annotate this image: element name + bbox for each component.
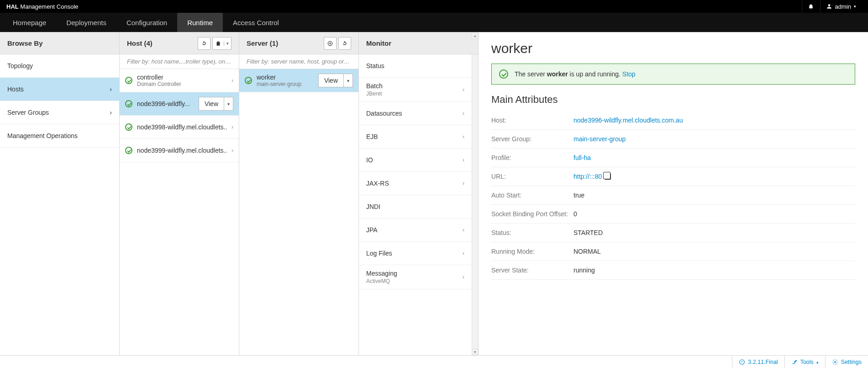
- view-server-button[interactable]: View▾: [318, 74, 353, 87]
- chevron-right-icon: ›: [463, 180, 464, 187]
- column-host: Host (4) ▾ Filter by: host name,...troll…: [120, 32, 239, 355]
- scroll-down-button[interactable]: ▾: [472, 349, 478, 355]
- monitor-item-text: MessagingActiveMQ: [366, 270, 397, 284]
- user-menu[interactable]: admin ▾: [820, 0, 862, 13]
- monitor-list: StatusBatchJBeret›Datasources›EJB›IO›JAX…: [359, 54, 478, 355]
- copy-icon[interactable]: [605, 173, 611, 180]
- refresh-hosts-button[interactable]: [198, 37, 210, 50]
- column-server: Server (1) Filter by: server name, host,…: [239, 32, 359, 355]
- nav-homepage[interactable]: Homepage: [3, 13, 56, 32]
- monitor-item-messaging[interactable]: MessagingActiveMQ›: [359, 265, 472, 289]
- settings-label: Settings: [841, 359, 862, 365]
- column-browse: Browse By TopologyHosts›Server Groups›Ma…: [0, 32, 120, 355]
- brand-strong: HAL: [6, 3, 19, 10]
- tools-menu[interactable]: Tools ▴: [784, 356, 825, 368]
- chevron-down-icon[interactable]: ▾: [224, 41, 231, 46]
- column-monitor-title: Monitor: [366, 39, 391, 47]
- browse-item-server-groups[interactable]: Server Groups›: [0, 101, 119, 124]
- monitor-item-text: IO: [366, 156, 373, 164]
- version-text: 3.2.11.Final: [748, 359, 778, 365]
- chevron-right-icon: ›: [463, 227, 464, 233]
- monitor-item-batch[interactable]: BatchJBeret›: [359, 78, 472, 102]
- attr-link[interactable]: full-ha: [573, 154, 591, 161]
- chevron-down-icon: ▾: [854, 4, 856, 9]
- column-host-header: Host (4) ▾: [120, 32, 239, 54]
- column-host-title: Host (4): [127, 39, 153, 47]
- attr-value: NORMAL: [573, 248, 601, 255]
- host-item[interactable]: node3996-wildfly...View▾: [120, 92, 239, 116]
- attr-label: Status:: [491, 229, 573, 236]
- monitor-item-text: JAX-RS: [366, 180, 389, 187]
- server-filter[interactable]: Filter by: server name, host, group or s…: [239, 54, 358, 69]
- scroll-up-button[interactable]: ▴: [472, 32, 478, 39]
- browse-item-topology[interactable]: Topology: [0, 54, 119, 78]
- host-filter[interactable]: Filter by: host name,...troller type), o…: [120, 54, 239, 69]
- version-link[interactable]: 3.2.11.Final: [732, 356, 784, 368]
- host-item-text: node3999-wildfly.mel.cloudlets...: [137, 147, 227, 154]
- columns: Browse By TopologyHosts›Server Groups›Ma…: [0, 32, 868, 355]
- browse-item-label: Topology: [7, 62, 33, 69]
- host-item-text: node3996-wildfly...: [137, 100, 194, 107]
- delete-hosts-button[interactable]: ▾: [212, 37, 231, 50]
- attr-link[interactable]: node3996-wildfly.mel.cloudlets.com.au: [573, 117, 683, 124]
- nav-deployments[interactable]: Deployments: [56, 13, 116, 32]
- attr-row: Server Group:main-server-group: [491, 130, 855, 149]
- attr-value: true: [573, 192, 584, 199]
- monitor-item-text: JPA: [366, 226, 378, 234]
- monitor-item-jpa[interactable]: JPA›: [359, 219, 472, 242]
- host-list: controllerDomain Controller›node3996-wil…: [120, 69, 239, 355]
- notifications-icon[interactable]: [802, 0, 820, 13]
- chevron-down-icon[interactable]: ▾: [224, 97, 233, 110]
- monitor-item-ejb[interactable]: EJB›: [359, 125, 472, 149]
- alert-prefix: The server: [515, 70, 547, 78]
- monitor-item-datasources[interactable]: Datasources›: [359, 102, 472, 125]
- monitor-item-text: BatchJBeret: [366, 82, 383, 97]
- attr-label: URL:: [491, 173, 573, 180]
- nav-runtime[interactable]: Runtime: [177, 13, 223, 32]
- attr-link[interactable]: main-server-group: [573, 135, 626, 143]
- nav-configuration[interactable]: Configuration: [116, 13, 177, 32]
- host-item[interactable]: node3998-wildfly.mel.cloudlets...›: [120, 116, 239, 139]
- host-item-text: controllerDomain Controller: [137, 74, 227, 87]
- add-server-button[interactable]: [324, 37, 337, 50]
- stop-link[interactable]: Stop: [622, 70, 636, 78]
- scrollbar-track[interactable]: [472, 54, 478, 355]
- settings-link[interactable]: Settings: [825, 356, 868, 368]
- chevron-down-icon[interactable]: ▾: [343, 74, 352, 87]
- monitor-item-log-files[interactable]: Log Files›: [359, 242, 472, 265]
- host-item[interactable]: controllerDomain Controller›: [120, 69, 239, 92]
- view-host-button[interactable]: View▾: [199, 97, 233, 111]
- chevron-right-icon: ›: [110, 109, 112, 116]
- attr-value: 0: [573, 210, 577, 218]
- chevron-right-icon: ›: [231, 147, 233, 154]
- monitor-item-text: Log Files: [366, 250, 392, 257]
- alert-suffix: is up and running.: [568, 70, 622, 78]
- chevron-right-icon: ›: [463, 133, 464, 140]
- brand-text: HAL Management Console: [6, 3, 79, 10]
- browse-item-management-operations[interactable]: Management Operations: [0, 124, 119, 148]
- main-nav: HomepageDeploymentsConfigurationRuntimeA…: [0, 13, 868, 32]
- monitor-item-status[interactable]: Status: [359, 54, 472, 78]
- column-monitor-header: Monitor: [359, 32, 478, 54]
- status-ok-icon: [125, 147, 132, 154]
- refresh-servers-button[interactable]: [338, 37, 351, 50]
- host-item[interactable]: node3999-wildfly.mel.cloudlets...›: [120, 139, 239, 162]
- attr-label: Host:: [491, 117, 573, 124]
- attr-link[interactable]: http://:::80: [573, 173, 602, 180]
- browse-item-label: Server Groups: [7, 109, 49, 116]
- chevron-right-icon: ›: [110, 85, 112, 93]
- monitor-item-jndi[interactable]: JNDI: [359, 195, 472, 219]
- browse-item-hosts[interactable]: Hosts›: [0, 78, 119, 101]
- chevron-up-icon: ▴: [816, 360, 819, 364]
- detail-title: worker: [491, 41, 855, 56]
- column-detail: worker The server worker is up and runni…: [479, 32, 868, 355]
- monitor-item-jax-rs[interactable]: JAX-RS›: [359, 172, 472, 195]
- nav-access-control[interactable]: Access Control: [223, 13, 289, 32]
- monitor-item-text: Status: [366, 62, 384, 69]
- monitor-item-text: JNDI: [366, 203, 380, 210]
- monitor-item-io[interactable]: IO›: [359, 149, 472, 172]
- chevron-right-icon: ›: [463, 86, 464, 93]
- server-item[interactable]: workermain-server-groupView▾: [239, 69, 358, 92]
- chevron-right-icon: ›: [231, 77, 233, 84]
- column-monitor: Monitor StatusBatchJBeret›Datasources›EJ…: [359, 32, 479, 355]
